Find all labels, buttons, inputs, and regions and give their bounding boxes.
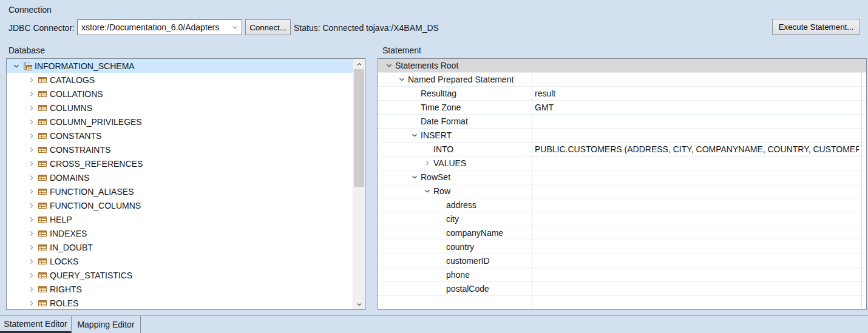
- statement-table-row[interactable]: RowSet: [378, 170, 866, 184]
- combo-chevron-down-icon[interactable]: [228, 24, 242, 31]
- chevron-right-icon[interactable]: [27, 145, 36, 155]
- statement-row-label: INTO: [433, 144, 453, 154]
- chevron-right-icon[interactable]: [27, 131, 36, 141]
- chevron-right-icon[interactable]: [27, 271, 36, 280]
- tree-row-label: CROSS_REFERENCES: [50, 159, 143, 169]
- statement-row-value[interactable]: [535, 198, 859, 212]
- statement-row-value[interactable]: [535, 184, 859, 198]
- chevron-right-icon[interactable]: [27, 298, 36, 308]
- statement-row-value[interactable]: [535, 156, 859, 170]
- database-tree-row-information-schema[interactable]: INFORMATION_SCHEMA: [7, 59, 353, 73]
- chevron-right-icon[interactable]: [27, 229, 36, 238]
- statement-table-row[interactable]: country: [378, 240, 866, 254]
- database-tree-row[interactable]: CATALOGS: [7, 73, 353, 87]
- tab-mapping-editor[interactable]: Mapping Editor: [72, 316, 141, 333]
- statement-row-value[interactable]: PUBLIC.CUSTOMERS (ADDRESS, CITY, COMPANY…: [535, 143, 859, 156]
- statement-row-value[interactable]: [535, 212, 859, 226]
- database-tree-row[interactable]: RIGHTS: [7, 282, 353, 296]
- table-icon: [38, 131, 47, 141]
- database-tree-row[interactable]: LOCKS: [7, 254, 353, 268]
- tab-statement-editor[interactable]: Statement Editor: [0, 316, 72, 333]
- statement-row-value[interactable]: [535, 115, 859, 128]
- database-tree-row[interactable]: COLUMN_PRIVILEGES: [7, 115, 353, 129]
- chevron-right-icon[interactable]: [27, 187, 36, 197]
- tree-row-label: RIGHTS: [50, 284, 82, 294]
- database-tree-row[interactable]: COLUMNS: [7, 101, 353, 115]
- statement-row-label: address: [446, 200, 476, 210]
- statement-row-value[interactable]: [535, 73, 859, 86]
- chevron-right-icon[interactable]: [27, 75, 36, 85]
- database-tree-row[interactable]: QUERY_STATISTICS: [7, 268, 353, 282]
- database-tree-row[interactable]: HELP: [7, 212, 353, 226]
- connect-button[interactable]: Connect...: [245, 19, 291, 35]
- chevron-right-icon[interactable]: [27, 243, 36, 252]
- statement-table-row[interactable]: VALUES: [378, 156, 866, 170]
- tree-row-label: CATALOGS: [50, 75, 95, 85]
- statement-table-row[interactable]: INTO PUBLIC.CUSTOMERS (ADDRESS, CITY, CO…: [378, 143, 866, 156]
- scroll-up-button[interactable]: [353, 59, 365, 69]
- statement-table-row[interactable]: companyName: [378, 226, 866, 240]
- chevron-down-icon: [410, 173, 419, 181]
- statement-row-value[interactable]: [535, 129, 859, 142]
- table-icon: [38, 298, 47, 308]
- statement-row-value[interactable]: [535, 226, 859, 240]
- database-tree-row[interactable]: FUNCTION_ALIASES: [7, 184, 353, 198]
- statement-table: Statements Root Named Prepared Statement…: [378, 59, 866, 296]
- database-tree-row[interactable]: COLLATIONS: [7, 87, 353, 101]
- statement-row-value[interactable]: [535, 170, 859, 184]
- statement-row-value[interactable]: [535, 254, 859, 267]
- statement-table-row[interactable]: address: [378, 198, 866, 212]
- statement-table-row[interactable]: Statements Root: [378, 59, 866, 73]
- statement-table-row[interactable]: city: [378, 212, 866, 226]
- chevron-right-icon[interactable]: [27, 89, 36, 99]
- chevron-down-icon: [385, 61, 393, 70]
- chevron-right-icon[interactable]: [27, 257, 36, 266]
- database-tree-row[interactable]: CONSTRAINTS: [7, 143, 353, 156]
- statement-table-row[interactable]: phone: [378, 268, 866, 282]
- statement-table-row[interactable]: postalCode: [378, 282, 866, 296]
- statement-row-label: Time Zone: [421, 103, 461, 112]
- tree-row-label: FUNCTION_COLUMNS: [50, 201, 141, 210]
- statement-row-value[interactable]: GMT: [535, 101, 859, 114]
- statement-row-value[interactable]: [535, 240, 859, 254]
- database-tree-row[interactable]: CONSTANTS: [7, 129, 353, 143]
- statement-table-row[interactable]: Resulttag result: [378, 87, 866, 101]
- statement-table-row[interactable]: Named Prepared Statement: [378, 73, 866, 87]
- chevron-right-icon[interactable]: [27, 173, 36, 183]
- jdbc-connector-combobox[interactable]: xstore:/Documentation_6.0/Adapters: [77, 19, 242, 35]
- chevron-right-icon[interactable]: [27, 159, 36, 169]
- statement-table-row[interactable]: Time Zone GMT: [378, 101, 866, 115]
- table-icon: [38, 201, 47, 210]
- statement-table-row[interactable]: Row: [378, 184, 866, 198]
- database-scrollbar[interactable]: [353, 59, 365, 309]
- statement-row-value[interactable]: [535, 59, 859, 72]
- database-tree-row[interactable]: INDEXES: [7, 226, 353, 240]
- database-tree-row[interactable]: CROSS_REFERENCES: [7, 156, 353, 170]
- database-tree-row[interactable]: FUNCTION_COLUMNS: [7, 198, 353, 212]
- chevron-right-icon[interactable]: [27, 215, 36, 224]
- scrollbar-thumb[interactable]: [354, 69, 364, 187]
- chevron-right-icon[interactable]: [27, 201, 36, 210]
- statement-row-label: phone: [446, 270, 470, 280]
- tree-row-label: QUERY_STATISTICS: [50, 271, 132, 280]
- chevron-right-icon[interactable]: [27, 103, 36, 113]
- chevron-right-icon[interactable]: [27, 117, 36, 127]
- statement-table-panel: Statements Root Named Prepared Statement…: [378, 58, 867, 310]
- statement-table-row[interactable]: INSERT: [378, 129, 866, 143]
- statement-row-value[interactable]: [535, 282, 859, 295]
- database-tree-row[interactable]: ROLES: [7, 296, 353, 310]
- statement-row-label: VALUES: [433, 158, 466, 168]
- database-tree-row[interactable]: DOMAINS: [7, 170, 353, 184]
- statement-row-value[interactable]: [535, 268, 859, 281]
- column-divider[interactable]: [532, 59, 532, 309]
- chevron-down-icon: [423, 187, 432, 195]
- chevron-right-icon[interactable]: [27, 284, 36, 294]
- database-tree-row[interactable]: IN_DOUBT: [7, 240, 353, 254]
- chevron-down-icon[interactable]: [12, 61, 21, 71]
- statement-table-row[interactable]: customerID: [378, 254, 866, 268]
- statement-table-row[interactable]: Date Format: [378, 115, 866, 129]
- execute-statement-button[interactable]: Execute Statement...: [772, 19, 860, 35]
- statement-row-value[interactable]: result: [535, 87, 859, 100]
- scroll-down-button[interactable]: [353, 299, 365, 309]
- statement-editor-view: Connection JDBC Connector: xstore:/Docum…: [0, 0, 868, 333]
